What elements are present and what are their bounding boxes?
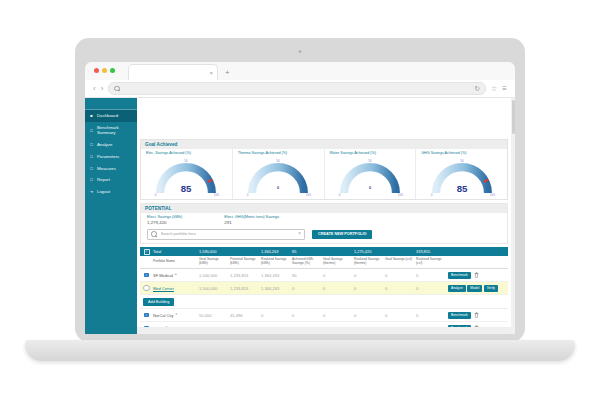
close-window-button[interactable] (94, 68, 99, 73)
cell-value: 1,500,000 (198, 273, 229, 278)
row-checkbox[interactable] (143, 285, 150, 292)
add-building-button[interactable]: Add Building (143, 298, 174, 306)
verify-button[interactable]: Verify (484, 285, 498, 292)
dashboard-icon: ■ (89, 113, 94, 118)
benchmark-button[interactable]: Benchmark (448, 312, 471, 319)
trash-icon[interactable] (474, 312, 479, 318)
sidebar-item-analyze[interactable]: □ Analyze (85, 139, 137, 151)
gauge-chart: 0 50 100 85 (149, 156, 223, 196)
sidebar-item-label: Measures (97, 166, 116, 171)
sidebar-item-label: Dashboard (97, 113, 118, 118)
parameters-icon: □ (89, 154, 94, 159)
potential-section: POTENTIAL Elect. Savings (kWh) 1,279,420… (140, 203, 508, 244)
stat-label: Elect. GHG(Metric tons) Savings (224, 215, 279, 219)
cell-value: 1,364,263 (260, 273, 291, 278)
url-bar[interactable]: ↻ (108, 82, 486, 95)
portfolio-table: ✓ Total 1,590,000 1,364,263 85 1,275,420… (140, 247, 508, 334)
column-header: Realized Savings (therms) (353, 258, 384, 266)
potential-title: POTENTIAL (141, 204, 507, 213)
select-all-checkbox[interactable]: ✓ (144, 249, 150, 255)
reload-icon[interactable]: ↻ (474, 85, 480, 92)
sidebar-item-report[interactable]: □ Report (85, 174, 137, 186)
row-checkbox[interactable]: ✓ (144, 313, 149, 318)
minimize-window-button[interactable] (102, 68, 107, 73)
svg-text:0: 0 (155, 193, 157, 196)
cell-value: 50,000 (198, 313, 229, 318)
new-tab-icon[interactable]: + (225, 69, 230, 77)
gauge-chart: 0 50 100 0 (333, 156, 407, 196)
cell-value: 0 (384, 313, 415, 318)
portfolio-search-input[interactable] (159, 231, 297, 237)
total-label: Total (152, 249, 198, 254)
svg-text:0: 0 (247, 193, 249, 196)
sidebar-item-measures[interactable]: □ Measures (85, 162, 137, 174)
tab-bar: × + (85, 62, 515, 80)
measures-icon: □ (89, 166, 94, 171)
clear-search-icon[interactable]: × (298, 232, 301, 237)
url-input[interactable] (123, 85, 471, 92)
stat-value: 291 (224, 220, 279, 225)
search-icon (151, 231, 157, 237)
svg-text:50: 50 (185, 159, 189, 163)
table-row-norcal-city: ✓ NorCal City ▾ 50,000 45,496 0 0 0 0 0 (140, 309, 508, 322)
trash-icon[interactable] (474, 272, 479, 278)
bookmark-star-icon[interactable]: ☆ (491, 85, 497, 92)
add-building-row: Add Building (140, 295, 508, 309)
gauge-value: 0 (277, 186, 279, 190)
row-checkbox[interactable]: ✓ (144, 273, 149, 278)
back-icon[interactable]: ‹ (93, 85, 96, 93)
column-header: Realized Savings (kWh) (260, 258, 291, 266)
cell-value: 0 (384, 273, 415, 278)
chevron-up-icon[interactable]: ▴ (175, 273, 177, 276)
sidebar-item-logout[interactable]: ⇥ Logout (85, 186, 137, 198)
sidebar-item-benchmark-summary[interactable]: □ Benchmark Summary (85, 122, 137, 139)
total-value: 85 (291, 249, 322, 254)
total-value: 1,275,420 (353, 249, 384, 254)
cell-value: 1,233,824 (229, 273, 260, 278)
sidebar-item-label: Benchmark Summary (97, 125, 133, 135)
stat-elect-savings: Elect. Savings (kWh) 1,279,420 (147, 215, 182, 225)
create-new-portfolio-button[interactable]: CREATE NEW PORTFOLIO (312, 230, 372, 239)
gauge-title: GHG Savings Achieved (%) (418, 151, 505, 155)
column-header: Achieved kWh Savings (%) (291, 258, 322, 266)
cell-value: 0 (322, 313, 353, 318)
sidebar-item-parameters[interactable]: □ Parameters (85, 150, 137, 162)
column-header: Realized Savings (ccf) (415, 258, 446, 266)
sidebar-item-dashboard[interactable]: ■ Dashboard (85, 110, 137, 122)
potential-stats: Elect. Savings (kWh) 1,279,420 Elect. GH… (147, 215, 501, 225)
page-scrollbar[interactable] (511, 98, 515, 334)
gauge-title: Thermo Savings Achieved (%) (235, 151, 322, 155)
chevron-down-icon[interactable]: ▾ (175, 313, 177, 316)
table-row-med-center: Med Center 1,500,000 1,233,824 1,364,263… (140, 282, 508, 295)
table-row-sf-medical: ✓ SF Medical ▴ 1,500,000 1,233,824 1,364… (140, 269, 508, 282)
gauge-water-savings: Water Savings Achieved (%) 0 50 100 0 (325, 149, 417, 199)
maximize-window-button[interactable] (110, 68, 115, 73)
laptop-base (25, 340, 575, 361)
cell-value: 0 (291, 286, 322, 291)
browser-tab[interactable]: × (128, 64, 218, 80)
cell-value: 0 (322, 286, 353, 291)
building-link[interactable]: Med Center (153, 286, 174, 291)
analyze-icon: □ (89, 142, 94, 147)
analyze-button[interactable]: Analyze (448, 285, 466, 292)
table-header-row: Portfolio Name Goal Savings (kWh) Potent… (140, 256, 508, 269)
portfolio-search-box[interactable]: × (147, 229, 305, 240)
svg-text:0: 0 (339, 193, 341, 196)
tab-close-icon[interactable]: × (209, 70, 213, 76)
model-button[interactable]: Model (467, 285, 482, 292)
scrollbar-thumb[interactable] (512, 100, 515, 134)
browser-menu-icon[interactable]: ≡ (502, 85, 507, 93)
gauge-value: 85 (181, 183, 192, 194)
report-icon: □ (89, 177, 94, 182)
cell-value: 0 (415, 273, 446, 278)
benchmark-button[interactable]: Benchmark (448, 272, 471, 279)
stat-label: Elect. Savings (kWh) (147, 215, 182, 219)
potential-body: Elect. Savings (kWh) 1,279,420 Elect. GH… (141, 213, 507, 243)
cell-value: 1,500,000 (198, 286, 229, 291)
gauge-row: Elec. Savings Achieved (%) 0 50 100 85 (141, 149, 507, 199)
cell-value: 0 (353, 313, 384, 318)
cell-value: 0 (353, 286, 384, 291)
forward-icon[interactable]: › (101, 85, 104, 93)
stat-ghg-savings: Elect. GHG(Metric tons) Savings 291 (224, 215, 279, 225)
laptop-bezel: × + ‹ › ↻ ☆ ≡ ■ (75, 38, 525, 342)
